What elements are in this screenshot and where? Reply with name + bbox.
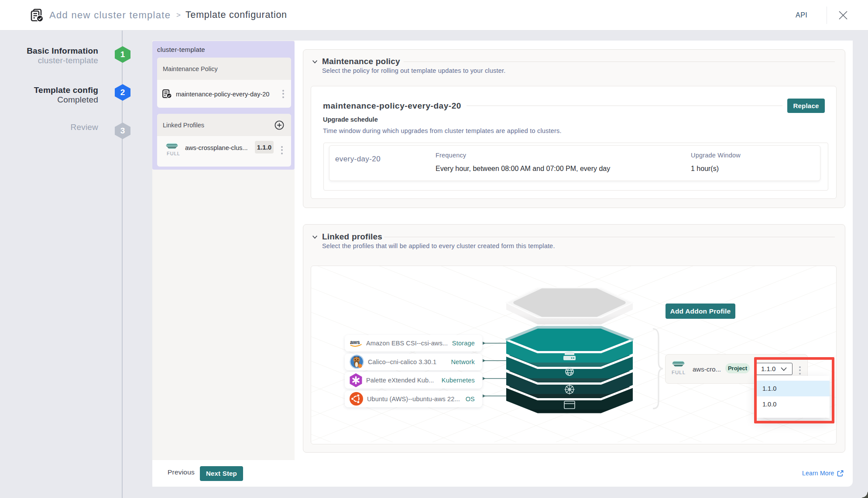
svg-text:aws: aws [350,339,360,345]
